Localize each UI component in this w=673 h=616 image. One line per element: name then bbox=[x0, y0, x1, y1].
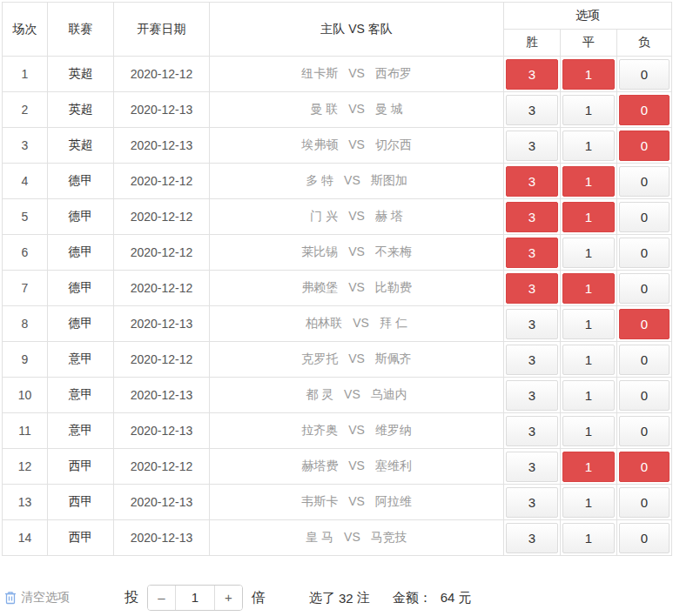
lose-option-cell: 0 bbox=[617, 378, 672, 413]
draw-option-cell: 1 bbox=[561, 449, 617, 485]
win-option-cell: 3 bbox=[504, 57, 561, 92]
league-name: 英超 bbox=[48, 92, 114, 128]
win-option-button[interactable]: 3 bbox=[506, 523, 558, 553]
win-option-button[interactable]: 3 bbox=[506, 95, 558, 125]
match-number: 2 bbox=[3, 92, 48, 128]
teams-cell: 多 特VS斯图加 bbox=[210, 164, 504, 199]
match-number: 1 bbox=[3, 57, 48, 92]
win-option-cell: 3 bbox=[504, 520, 561, 556]
win-option-button[interactable]: 3 bbox=[506, 131, 558, 161]
lose-option-button[interactable]: 0 bbox=[619, 131, 670, 161]
home-team: 莱比锡 bbox=[301, 244, 338, 258]
win-option-button[interactable]: 3 bbox=[506, 166, 558, 197]
draw-option-cell: 1 bbox=[561, 199, 617, 235]
win-option-cell: 3 bbox=[504, 413, 561, 449]
win-option-button[interactable]: 3 bbox=[506, 309, 558, 339]
home-team: 拉齐奥 bbox=[301, 423, 338, 437]
win-option-cell: 3 bbox=[504, 128, 561, 164]
table-row: 5 德甲 2020-12-12 门 兴VS赫 塔 3 1 0 bbox=[3, 199, 672, 235]
draw-option-button[interactable]: 1 bbox=[562, 238, 615, 268]
vs-label: VS bbox=[348, 66, 365, 80]
lose-option-cell: 0 bbox=[617, 199, 672, 235]
league-name: 德甲 bbox=[48, 306, 114, 342]
vs-label: VS bbox=[344, 173, 360, 187]
lose-option-cell: 0 bbox=[617, 128, 672, 164]
win-option-button[interactable]: 3 bbox=[506, 452, 558, 482]
lose-option-button[interactable]: 0 bbox=[619, 166, 670, 197]
win-option-button[interactable]: 3 bbox=[506, 345, 558, 375]
draw-option-cell: 1 bbox=[561, 128, 617, 164]
draw-option-cell: 1 bbox=[561, 485, 617, 520]
draw-option-cell: 1 bbox=[561, 57, 617, 92]
match-number: 5 bbox=[3, 199, 48, 235]
win-option-button[interactable]: 3 bbox=[506, 487, 558, 518]
draw-option-button[interactable]: 1 bbox=[562, 345, 615, 375]
stake-multiplier-group: 投 – 1 + 倍 bbox=[125, 585, 266, 611]
draw-option-cell: 1 bbox=[561, 271, 617, 306]
win-option-button[interactable]: 3 bbox=[506, 273, 558, 304]
win-option-button[interactable]: 3 bbox=[506, 416, 558, 446]
clear-options-button[interactable]: 清空选项 bbox=[2, 590, 125, 606]
lose-option-button[interactable]: 0 bbox=[619, 59, 670, 90]
lose-option-button[interactable]: 0 bbox=[619, 487, 670, 518]
amount-label: 金额： bbox=[393, 590, 432, 606]
lose-option-button[interactable]: 0 bbox=[619, 345, 670, 375]
home-team: 皇 马 bbox=[306, 530, 333, 544]
lose-option-button[interactable]: 0 bbox=[619, 95, 670, 125]
table-row: 14 西甲 2020-12-13 皇 马VS马竞技 3 1 0 bbox=[3, 520, 672, 556]
table-row: 12 西甲 2020-12-12 赫塔费VS塞维利 3 1 0 bbox=[3, 449, 672, 485]
stepper-plus-button[interactable]: + bbox=[215, 586, 242, 610]
draw-option-button[interactable]: 1 bbox=[562, 416, 615, 446]
draw-option-button[interactable]: 1 bbox=[562, 166, 615, 197]
vs-label: VS bbox=[348, 423, 365, 437]
draw-option-button[interactable]: 1 bbox=[562, 487, 615, 518]
lose-option-button[interactable]: 0 bbox=[619, 202, 670, 232]
away-team: 斯佩齐 bbox=[375, 352, 412, 365]
stepper-value-input[interactable]: 1 bbox=[175, 586, 215, 610]
win-option-button[interactable]: 3 bbox=[506, 238, 558, 268]
win-option-cell: 3 bbox=[504, 92, 561, 128]
match-date: 2020-12-12 bbox=[114, 271, 210, 306]
teams-cell: 皇 马VS马竞技 bbox=[210, 520, 504, 556]
lose-option-button[interactable]: 0 bbox=[619, 273, 670, 304]
teams-cell: 克罗托VS斯佩齐 bbox=[210, 342, 504, 378]
match-date: 2020-12-12 bbox=[114, 235, 210, 271]
home-team: 韦斯卡 bbox=[301, 494, 338, 508]
league-name: 意甲 bbox=[48, 413, 114, 449]
header-options: 选项 bbox=[504, 3, 672, 30]
lose-option-cell: 0 bbox=[617, 164, 672, 199]
match-number: 3 bbox=[3, 128, 48, 164]
vs-label: VS bbox=[344, 387, 360, 401]
win-option-cell: 3 bbox=[504, 378, 561, 413]
draw-option-button[interactable]: 1 bbox=[562, 273, 615, 304]
home-team: 弗赖堡 bbox=[301, 280, 338, 294]
lose-option-button[interactable]: 0 bbox=[619, 523, 670, 553]
league-name: 德甲 bbox=[48, 235, 114, 271]
match-number: 4 bbox=[3, 164, 48, 199]
table-row: 9 意甲 2020-12-12 克罗托VS斯佩齐 3 1 0 bbox=[3, 342, 672, 378]
vs-label: VS bbox=[353, 316, 369, 330]
draw-option-button[interactable]: 1 bbox=[562, 380, 615, 411]
draw-option-button[interactable]: 1 bbox=[562, 523, 615, 553]
win-option-button[interactable]: 3 bbox=[506, 202, 558, 232]
home-team: 柏林联 bbox=[306, 316, 342, 330]
lose-option-button[interactable]: 0 bbox=[619, 238, 670, 268]
draw-option-button[interactable]: 1 bbox=[562, 95, 615, 125]
away-team: 拜 仁 bbox=[380, 316, 407, 330]
draw-option-button[interactable]: 1 bbox=[562, 452, 615, 482]
win-option-button[interactable]: 3 bbox=[506, 380, 558, 411]
lose-option-button[interactable]: 0 bbox=[619, 309, 670, 339]
draw-option-button[interactable]: 1 bbox=[562, 309, 615, 339]
teams-cell: 莱比锡VS不来梅 bbox=[210, 235, 504, 271]
selected-prefix-label: 选了 bbox=[309, 590, 335, 606]
draw-option-button[interactable]: 1 bbox=[562, 202, 615, 232]
lose-option-button[interactable]: 0 bbox=[619, 452, 670, 482]
stepper-minus-button[interactable]: – bbox=[148, 586, 175, 610]
draw-option-button[interactable]: 1 bbox=[562, 131, 615, 161]
draw-option-button[interactable]: 1 bbox=[562, 59, 615, 90]
lose-option-cell: 0 bbox=[617, 235, 672, 271]
lose-option-button[interactable]: 0 bbox=[619, 380, 670, 411]
lose-option-button[interactable]: 0 bbox=[619, 416, 670, 446]
match-number: 8 bbox=[3, 306, 48, 342]
win-option-button[interactable]: 3 bbox=[506, 59, 558, 90]
